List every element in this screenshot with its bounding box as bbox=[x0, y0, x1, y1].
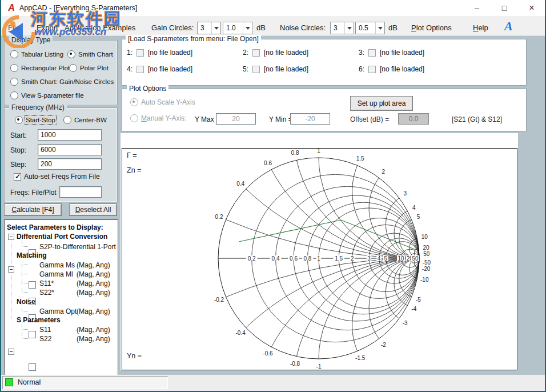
file-slot-5[interactable]: 5: [no file loaded] bbox=[243, 65, 308, 73]
step-input[interactable]: 200 bbox=[38, 158, 102, 170]
file-slot-3[interactable]: 3: [no file loaded] bbox=[359, 49, 424, 57]
radio-icon bbox=[10, 50, 18, 58]
collapse-icon[interactable] bbox=[8, 234, 14, 240]
checkbox-icon[interactable] bbox=[368, 66, 376, 73]
radio-icon bbox=[10, 78, 18, 86]
slot-index: 2: bbox=[243, 49, 248, 57]
svg-text:1: 1 bbox=[317, 255, 320, 262]
svg-text:50: 50 bbox=[423, 251, 430, 257]
noise-circles-count-value: 3 bbox=[331, 24, 344, 32]
svg-text:50: 50 bbox=[412, 255, 419, 262]
noise-circles-count-select[interactable]: 3 bbox=[330, 22, 354, 34]
noise-circles-step-select[interactable]: 0.5 bbox=[355, 22, 385, 34]
chevron-down-icon[interactable] bbox=[211, 22, 220, 34]
param-suffix: (Mag, Ang) bbox=[77, 335, 110, 343]
frequency-group: Frequency (MHz) Start-Stop Center-BW Sta… bbox=[4, 107, 118, 202]
load-sparams-title: [Load S-parameters from menu: File Open] bbox=[126, 35, 261, 43]
y-min-input[interactable]: -20 bbox=[290, 113, 330, 125]
status-bar: Normal bbox=[1, 375, 545, 391]
gain-circles-count-value: 3 bbox=[198, 24, 211, 32]
file-slot-4[interactable]: 4: [no file loaded] bbox=[127, 65, 192, 73]
radio-center-bw[interactable]: Center-BW bbox=[63, 116, 107, 124]
maximize-button[interactable]: □ bbox=[491, 0, 517, 16]
calculate-button[interactable]: Calculate [F4] bbox=[4, 203, 62, 216]
chevron-down-icon[interactable] bbox=[375, 22, 384, 34]
plot-panel: 0.2-0.20.20.4-0.40.40.6-0.60.60.8-0.80.8… bbox=[121, 133, 518, 370]
param-label: S22 bbox=[39, 335, 51, 343]
trace-note-label: [S21 (Gt) & S12] bbox=[452, 115, 502, 123]
menu-plot-options[interactable]: Plot Options bbox=[411, 23, 452, 32]
radio-tabular-listing[interactable]: Tabular Listing bbox=[10, 50, 63, 58]
freqs-file-input[interactable] bbox=[59, 186, 102, 198]
checkbox-icon[interactable] bbox=[136, 49, 144, 57]
tree-line bbox=[11, 237, 11, 319]
param-checkbox-s22-conj[interactable] bbox=[29, 331, 36, 338]
radio-auto-scale[interactable]: Auto Scale Y-Axis bbox=[130, 98, 195, 106]
tree-line bbox=[22, 258, 22, 292]
param-label: Gamma Opt bbox=[39, 307, 77, 315]
svg-text:2: 2 bbox=[351, 255, 354, 262]
parameters-panel: Select Parameters to Display: Differenti… bbox=[4, 219, 118, 375]
smith-chart: 0.2-0.20.20.4-0.40.40.6-0.60.60.8-0.80.8… bbox=[121, 133, 518, 370]
tree-group-s-parameters[interactable]: S Parameters bbox=[17, 316, 61, 324]
checkbox-label: Auto-set Freqs From File bbox=[24, 173, 100, 181]
chevron-down-icon[interactable] bbox=[344, 22, 354, 34]
slot-index: 4: bbox=[127, 65, 133, 73]
file-slot-2[interactable]: 2: [no file loaded] bbox=[243, 49, 308, 57]
slot-index: 3: bbox=[359, 49, 364, 57]
checkbox-icon[interactable] bbox=[368, 49, 376, 57]
radio-label: Tabular Listing bbox=[21, 51, 63, 58]
setup-plot-area-button[interactable]: Set up plot area bbox=[350, 96, 413, 111]
svg-text:1.5: 1.5 bbox=[356, 155, 364, 162]
menu-export[interactable]: Export bbox=[37, 23, 58, 32]
radio-rectangular-plot[interactable]: Rectangular Plot bbox=[10, 64, 70, 72]
radio-view-sparameter-file[interactable]: View S-parameter file bbox=[10, 91, 84, 99]
svg-text:-0.4: -0.4 bbox=[236, 330, 246, 336]
svg-text:0.6: 0.6 bbox=[264, 160, 272, 166]
minimize-button[interactable]: – bbox=[464, 0, 490, 16]
radio-smith-gain-noise[interactable]: Smith Chart: Gain/Noise Circles bbox=[10, 78, 114, 86]
collapse-icon[interactable] bbox=[8, 266, 14, 273]
tree-group-noise[interactable]: Noise bbox=[17, 298, 35, 306]
menu-help[interactable]: Help bbox=[473, 23, 488, 32]
param-label: Gamma Ms bbox=[39, 261, 75, 269]
param-checkbox-gamma-opt[interactable] bbox=[29, 363, 36, 371]
svg-text:4: 4 bbox=[412, 205, 416, 211]
radio-icon bbox=[67, 50, 75, 58]
radio-label: Smith Chart: Gain/Noise Circles bbox=[21, 78, 114, 85]
gain-circles-step-select[interactable]: 1.0 bbox=[223, 22, 252, 34]
checkbox-icon[interactable] bbox=[136, 66, 144, 73]
param-checkbox-gamma-ms[interactable] bbox=[29, 281, 36, 289]
menu-application-examples[interactable]: Application Examples bbox=[65, 23, 135, 32]
tree-group-matching[interactable]: Matching bbox=[17, 251, 47, 259]
gain-circles-count-select[interactable]: 3 bbox=[197, 22, 221, 34]
menu-file[interactable]: File bbox=[8, 23, 20, 32]
start-input[interactable]: 1000 bbox=[38, 129, 102, 141]
app-window: A AppCAD - [Everything S-Parameters] – □… bbox=[0, 0, 546, 392]
y-max-input[interactable]: 20 bbox=[216, 113, 256, 125]
radio-start-stop[interactable]: Start-Stop bbox=[15, 116, 55, 124]
autoset-freqs-checkbox[interactable]: Auto-set Freqs From File bbox=[14, 173, 100, 181]
file-slot-6[interactable]: 6: [no file loaded] bbox=[359, 65, 424, 73]
plot-options-group: Plot Options Auto Scale Y-Axis Manual Y-… bbox=[122, 89, 527, 131]
tree-line bbox=[22, 304, 22, 311]
slot-index: 6: bbox=[359, 65, 364, 73]
noise-circles-label: Noise Circles: bbox=[280, 23, 326, 32]
chevron-down-icon[interactable] bbox=[243, 22, 252, 34]
param-suffix: (Mag, Ang) bbox=[77, 326, 110, 334]
collapse-icon[interactable] bbox=[8, 349, 14, 355]
svg-text:2: 2 bbox=[382, 169, 386, 175]
radio-smith-chart[interactable]: Smith Chart bbox=[67, 50, 113, 58]
tree-group-differential[interactable]: Differential Port Conversion bbox=[17, 233, 107, 241]
radio-icon bbox=[63, 116, 71, 124]
file-slot-1[interactable]: 1: [no file loaded] bbox=[127, 49, 192, 57]
checkbox-icon[interactable] bbox=[252, 49, 260, 57]
checkbox-icon[interactable] bbox=[252, 66, 260, 73]
radio-manual-y-axis[interactable]: Manual Y-Axis: bbox=[130, 114, 186, 122]
deselect-all-button[interactable]: Deselect All bbox=[69, 203, 117, 216]
radio-polar-plot[interactable]: Polar Plot bbox=[69, 64, 109, 72]
stop-input[interactable]: 6000 bbox=[38, 144, 102, 155]
svg-text:-0.8: -0.8 bbox=[290, 361, 300, 367]
close-button[interactable]: × bbox=[519, 0, 545, 16]
svg-text:0.4: 0.4 bbox=[236, 181, 244, 187]
